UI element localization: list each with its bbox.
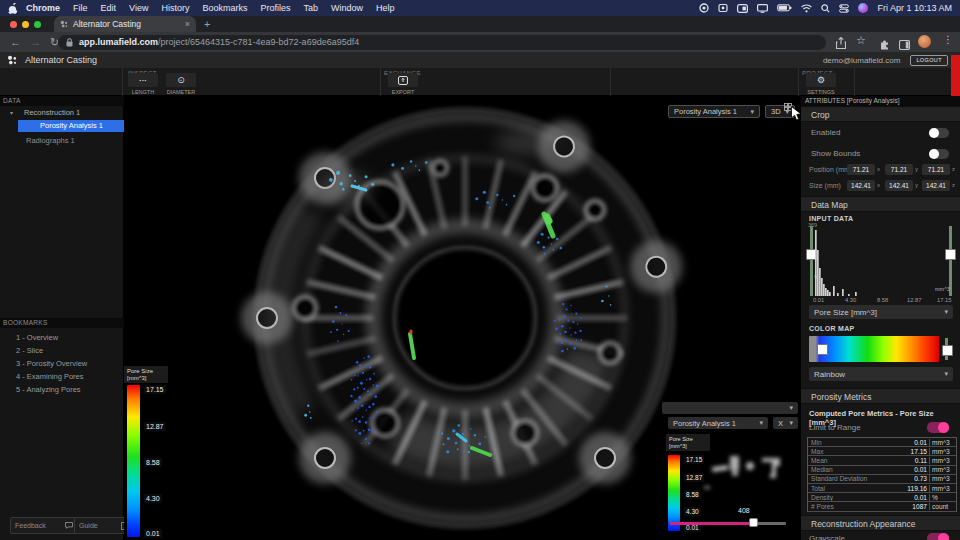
url-path: /project/65464315-c781-4ea9-bd72-a69de6a… [158,37,359,47]
menubar-item-help[interactable]: Help [376,3,395,13]
size-x-input[interactable]: 142.41 [847,180,875,191]
battery-icon [777,4,792,12]
inset-gradient-bar [668,455,680,531]
menubar-item-bookmarks[interactable]: Bookmarks [202,3,247,13]
url-bar[interactable]: app.lumafield.com/project/65464315-c781-… [58,35,826,50]
table-row: Min0.01mm^3 [808,438,956,447]
viewport-analysis-dropdown[interactable]: Porosity Analysis 1 ▾ [668,105,760,118]
profile-avatar[interactable] [918,35,931,48]
axis-x-label: x [877,182,880,188]
siri-icon[interactable] [858,3,868,13]
size-z-input[interactable]: 142.41 [922,180,950,191]
3d-viewport[interactable]: Porosity Analysis 1 ▾ 3D ▾ Pore Size [mm… [124,96,800,540]
histogram-x-tick: 8.58 [877,297,888,303]
inset-slider-fill [670,522,753,525]
wifi-icon[interactable] [801,4,812,13]
window-close-button[interactable] [10,21,17,28]
project-title: Alternator Casting [25,55,97,65]
color-map-dropdown[interactable]: Rainbow ▾ [809,367,953,381]
histogram-left-rail[interactable] [810,226,813,296]
length-tool-label: LENGTH [122,89,164,95]
legend-tick: 4.30 [144,494,162,503]
stage-manager-icon[interactable] [737,4,748,13]
position-y-input[interactable]: 71.21 [885,164,913,175]
menubar-item-profiles[interactable]: Profiles [260,3,290,13]
left-sidebar: DATA ▾ Reconstruction 1 Porosity Analysi… [0,96,124,540]
limit-to-range-toggle[interactable] [927,422,949,433]
share-icon[interactable] [836,35,846,53]
menubar-item-history[interactable]: History [161,3,189,13]
gear-icon: ⚙ [817,75,825,85]
inset-slider-handle[interactable] [749,518,758,527]
input-data-histogram [815,226,945,296]
bookmark-item-analyzing-pores[interactable]: 5 - Analyzing Pores [16,385,81,394]
export-button[interactable] [388,73,418,87]
menubar-item-view[interactable]: View [129,3,148,13]
inset-analysis-dropdown[interactable]: Porosity Analysis 1 ▾ [668,417,768,429]
inset-axis-dropdown[interactable]: X ▾ [773,417,798,429]
feedback-button[interactable]: Feedback [10,517,78,534]
data-map-section-header[interactable]: Data Map [801,196,960,212]
bookmark-item-porosity-overview[interactable]: 3 - Porosity Overview [16,359,87,368]
forward-icon[interactable]: → [30,36,41,48]
show-bounds-toggle[interactable] [929,149,949,159]
lock-icon [66,38,73,47]
settings-button[interactable]: ⚙ [806,73,836,87]
color-map-left-handle[interactable] [817,344,828,355]
apple-menu-icon[interactable] [8,3,17,14]
reconstruction-appearance-section-header[interactable]: Reconstruction Appearance [801,515,960,531]
camera-status-icon[interactable] [718,3,728,13]
table-row: Mean0.11mm^3 [808,456,956,465]
input-data-label: INPUT DATA [809,215,853,222]
bookmark-item-overview[interactable]: 1 - Overview [16,333,58,342]
spotlight-search-icon[interactable] [821,4,830,13]
inset-collapsed-dropdown[interactable]: ▾ [662,402,798,414]
tree-item-radiographs[interactable]: Radiographs 1 [26,136,75,145]
diameter-tool-button[interactable]: ⊙ [166,73,196,87]
inset-analysis-value: Porosity Analysis 1 [673,419,736,428]
layout-grid-icon[interactable] [784,97,792,115]
display-icon[interactable] [757,4,768,13]
bookmark-item-examining-pores[interactable]: 4 - Examining Pores [16,372,84,381]
tree-item-porosity-analysis-selected[interactable]: Porosity Analysis 1 [18,120,124,132]
menubar-item-window[interactable]: Window [331,3,363,13]
position-z-input[interactable]: 71.21 [922,164,950,175]
record-status-icon[interactable] [699,3,709,13]
menubar-clock[interactable]: Fri Apr 1 10:13 AM [877,3,952,13]
legend-gradient-bar [127,385,140,537]
control-center-icon[interactable] [839,4,849,13]
bookmark-star-icon[interactable]: ☆ [856,34,866,47]
position-x-input[interactable]: 71.21 [847,164,875,175]
field-dropdown[interactable]: Pore Size [mm^3] ▾ [809,305,953,319]
window-zoom-button[interactable] [34,21,41,28]
color-map-right-handle[interactable] [942,345,953,356]
attributes-header: ATTRIBUTES [Porosity Analysis] [801,96,960,106]
inset-slice-preview [702,448,797,508]
window-minimize-button[interactable] [22,21,29,28]
tab-title: Alternator Casting [73,19,181,29]
browser-menu-kebab-icon[interactable]: ⋮ [943,34,953,45]
menubar-item-tab[interactable]: Tab [303,3,318,13]
browser-tab-active[interactable]: Alternator Casting × [54,16,196,32]
menubar-item-edit[interactable]: Edit [101,3,117,13]
axis-y-label: y [915,182,918,188]
grayscale-toggle[interactable] [927,533,949,540]
inset-axis-value: X [778,419,783,428]
bookmark-item-slice[interactable]: 2 - Slice [16,346,43,355]
menubar-item-chrome[interactable]: Chrome [26,3,60,13]
size-y-input[interactable]: 142.41 [885,180,913,191]
histogram-right-handle[interactable] [945,249,956,260]
porosity-metrics-section-header[interactable]: Porosity Metrics [801,388,960,404]
tree-item-reconstruction[interactable]: Reconstruction 1 [24,108,80,117]
tab-close-icon[interactable]: × [185,19,190,29]
back-icon[interactable]: ← [10,36,21,48]
crop-section-header[interactable]: Crop [801,106,960,122]
table-row: Median0.01mm^3 [808,466,956,475]
tree-collapse-chevron-icon[interactable]: ▾ [10,109,13,116]
enabled-toggle[interactable] [929,128,949,138]
length-tool-button[interactable]: ··· [128,73,158,87]
new-tab-button[interactable]: + [204,18,210,30]
logout-button[interactable]: LOGOUT [910,55,948,66]
tab-favicon [60,20,68,28]
menubar-item-file[interactable]: File [73,3,88,13]
